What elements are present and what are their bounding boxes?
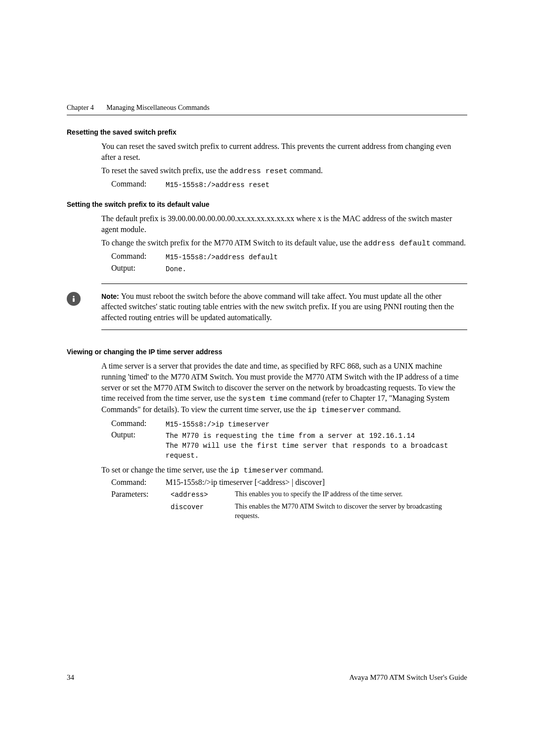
code-inline: address reset [230,167,288,176]
text-fragment: command. [365,405,400,414]
body-text: To set or change the time server, use th… [101,466,467,475]
command-block: Command: M15-155s8:/>address reset [111,180,467,190]
body-text: To change the switch prefix for the M770… [101,237,467,249]
document-page: Chapter 4 Managing Miscellaneous Command… [0,0,534,521]
section-heading-reset-prefix: Resetting the saved switch prefix [67,128,467,136]
code-inline: system time [238,395,287,403]
guide-title: Avaya M770 ATM Switch User's Guide [349,673,467,682]
parameter-code: discover [171,502,230,511]
output-value: The M770 is requesting the time from a s… [166,430,467,461]
text-fragment: To reset the saved switch prefix, use th… [101,166,230,175]
page-number: 34 [67,673,74,682]
output-value: Done. [166,264,467,275]
body-text: The default prefix is 39.00.00.00.00.00.… [101,213,467,235]
svg-rect-1 [73,298,75,302]
command-label: Command: [111,478,166,487]
output-label: Output: [111,430,166,439]
note-prefix: Note: [101,292,121,300]
note-body: You must reboot the switch before the ab… [101,292,454,322]
command-label: Command: [111,419,166,428]
command-value: M15-155s8:/>address reset [166,180,467,190]
command-block: Command: M15-155s8:/>address default Out… [111,252,467,274]
text-fragment: To change the switch prefix for the M770… [101,238,364,247]
code-inline: ip timeserver [230,467,288,475]
command-value: M15-155s8:/>address default [166,252,467,263]
parameter-desc: This enables the M770 ATM Switch to disc… [235,502,467,521]
section-heading-timeserver: Viewing or changing the IP time server a… [67,348,467,356]
parameters-label: Parameters: [111,490,166,499]
body-text: You can reset the saved switch prefix to… [101,141,467,162]
body-text: To reset the saved switch prefix, use th… [101,165,467,177]
parameter-desc: This enables you to specify the IP addre… [235,490,467,499]
section-heading-default-prefix: Setting the switch prefix to its default… [67,200,467,208]
body-text: A time server is a server that provides … [101,361,467,416]
chapter-header: Chapter 4 Managing Miscellaneous Command… [67,104,467,115]
text-fragment: command. [288,166,323,175]
note-text: Note: You must reboot the switch before … [101,291,467,323]
text-fragment: To set or change the time server, use th… [101,466,230,474]
chapter-label: Chapter 4 [67,104,94,111]
chapter-title: Managing Miscellaneous Commands [106,104,209,111]
code-inline: address default [364,239,431,248]
note-box: Note: You must reboot the switch before … [101,284,467,331]
command-label: Command: [111,180,166,189]
page-footer: 34 Avaya M770 ATM Switch User's Guide [67,673,467,682]
info-icon [67,292,81,306]
parameter-block: Parameters: <address> This enables you t… [111,490,467,521]
command-block: Command: M15-155s8:/>ip timeserver [<add… [111,478,467,487]
svg-point-0 [73,296,74,297]
code-inline: ip timeserver [308,406,365,415]
command-value: M15-155s8:/>ip timeserver [<address> | d… [166,478,467,487]
output-label: Output: [111,264,166,273]
command-block: Command: M15-155s8:/>ip timeserver Outpu… [111,419,467,461]
command-label: Command: [111,252,166,261]
text-fragment: command. [288,466,323,474]
text-fragment: command. [431,238,466,247]
command-value: M15-155s8:/>ip timeserver [166,419,467,430]
parameter-code: <address> [171,490,230,499]
